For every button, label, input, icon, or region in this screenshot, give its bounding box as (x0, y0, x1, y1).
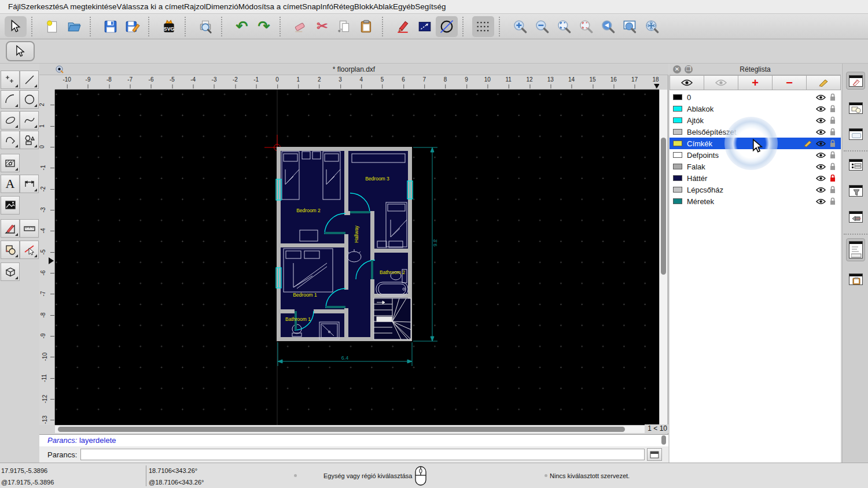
open-file-icon[interactable] (63, 16, 85, 37)
horizontal-scrollbar[interactable] (55, 425, 647, 433)
zoom-selected-icon[interactable] (575, 16, 597, 37)
draft-mode-icon[interactable] (436, 16, 458, 37)
layer-lock-icon[interactable] (829, 197, 836, 205)
pan-icon[interactable] (641, 16, 663, 37)
image-tool-icon[interactable] (1, 196, 20, 215)
polygon-tool-icon[interactable] (20, 131, 39, 149)
layer-visibility-eye-icon[interactable] (816, 152, 826, 158)
measure-tool-icon[interactable] (20, 219, 39, 238)
spline-tool-icon[interactable] (20, 111, 39, 130)
paste-icon[interactable] (355, 16, 377, 37)
menu-item[interactable]: Infó (321, 2, 334, 11)
points-tool-icon[interactable] (1, 71, 20, 89)
copy-icon[interactable] (333, 16, 355, 37)
export-svg-icon[interactable]: SVG (158, 16, 180, 37)
menu-item[interactable]: Rajzol (184, 2, 206, 11)
add-layer-icon[interactable]: + (738, 75, 773, 90)
zoom-out-icon[interactable] (531, 16, 553, 37)
arc-tool-icon[interactable] (1, 90, 20, 109)
vertical-scrollbar[interactable] (659, 90, 667, 425)
text-tool-icon[interactable]: A (1, 175, 20, 193)
layer-row[interactable]: Defpoints (670, 149, 841, 161)
ellipse-tool-icon[interactable] (1, 111, 20, 130)
layer-row[interactable]: Belsőépítészet (670, 126, 841, 138)
horizontal-scrollbar-thumb[interactable] (58, 427, 625, 432)
layer-visibility-eye-icon[interactable] (816, 94, 826, 101)
command-window-button[interactable] (647, 448, 662, 461)
menu-item[interactable]: A megtekintése (63, 2, 116, 11)
layer-lock-icon[interactable] (829, 93, 836, 101)
hide-all-layers-icon[interactable] (704, 75, 738, 90)
menu-item[interactable]: Egyéb (393, 2, 415, 11)
menu-item[interactable]: Segítség (415, 2, 446, 11)
menu-item[interactable]: Módosítsa a címet (238, 2, 302, 11)
undo-icon[interactable]: ↶ (231, 16, 253, 37)
select-tool-button[interactable] (6, 41, 35, 61)
entity-list-dock-icon[interactable] (846, 156, 865, 173)
remove-layer-icon[interactable]: − (773, 75, 807, 90)
layer-list-dock-icon[interactable] (846, 72, 865, 90)
menu-item[interactable]: Blokk (354, 2, 373, 11)
draw-pencil-icon[interactable] (392, 16, 414, 37)
zoom-previous-icon[interactable] (597, 16, 619, 37)
vertical-scrollbar-thumb[interactable] (661, 138, 666, 275)
command-history-scrollbar[interactable] (661, 435, 667, 446)
cut-icon[interactable]: ✂ (311, 16, 333, 37)
library-browser-dock-icon[interactable] (846, 125, 865, 143)
layer-lock-icon[interactable] (829, 162, 836, 171)
layer-lock-icon[interactable] (829, 116, 836, 124)
pen-palette-dock-icon[interactable] (846, 208, 865, 225)
drawing-canvas[interactable]: Bedroom 2 Bedroom 3 Bedroom 1 Bathroom 1… (55, 90, 659, 425)
menu-item[interactable]: Szerkesztés (21, 2, 64, 11)
command-input[interactable] (80, 449, 645, 460)
dimension-tool-icon[interactable] (20, 175, 39, 193)
line-tool-icon[interactable] (20, 71, 39, 89)
show-all-layers-icon[interactable] (670, 75, 704, 90)
layer-visibility-eye-icon[interactable] (816, 117, 826, 124)
layer-visibility-eye-icon[interactable] (816, 106, 826, 112)
layer-row[interactable]: Ablakok (670, 103, 841, 114)
clipboard-dock-icon[interactable] (846, 270, 865, 288)
layer-visibility-eye-icon[interactable] (816, 187, 826, 193)
menu-item[interactable]: Válassza ki a címet (117, 2, 184, 11)
edit-layer-icon[interactable] (807, 75, 841, 90)
layer-row[interactable]: Címkék (670, 138, 841, 149)
layer-visibility-eye-icon[interactable] (816, 175, 826, 182)
new-document-icon[interactable] (41, 16, 63, 37)
redo-icon[interactable]: ↷ (253, 16, 275, 37)
modify-tool-icon[interactable] (1, 241, 20, 259)
zoom-in-icon[interactable] (509, 16, 531, 37)
3d-box-tool-icon[interactable] (1, 263, 20, 281)
layer-row[interactable]: Falak (670, 161, 841, 172)
draw-settings-tool-icon[interactable] (1, 219, 20, 238)
eraser-icon[interactable] (289, 16, 311, 37)
zoom-window-icon[interactable] (619, 16, 641, 37)
document-titlebar[interactable]: * floorplan.dxf (39, 64, 668, 75)
layer-row[interactable]: Háttér (670, 172, 841, 184)
layer-visibility-eye-icon[interactable] (816, 164, 826, 170)
delete-tool-icon[interactable] (20, 241, 39, 259)
layer-row[interactable]: Méretek (670, 195, 841, 207)
layer-lock-icon[interactable] (829, 105, 836, 113)
layer-lock-icon[interactable] (829, 139, 836, 147)
layer-lock-icon[interactable] (829, 128, 836, 136)
menu-item[interactable]: Dimenzió (205, 2, 238, 11)
layer-row[interactable]: Ajtók (670, 114, 841, 126)
layer-lock-icon[interactable] (829, 151, 836, 159)
layer-row[interactable]: Lépcsőház (670, 184, 841, 195)
menu-item[interactable]: Fájl (8, 2, 21, 11)
menu-item[interactable]: Snap (302, 2, 321, 11)
save-icon[interactable] (100, 16, 122, 37)
layer-row[interactable]: 0 (670, 91, 841, 103)
selection-window-icon[interactable] (414, 16, 436, 37)
layer-visibility-eye-icon[interactable] (816, 141, 826, 147)
hatch-tool-icon[interactable] (1, 154, 20, 172)
save-as-icon[interactable] (122, 16, 144, 37)
layer-visibility-eye-icon[interactable] (816, 198, 826, 205)
select-arrow-icon[interactable] (5, 16, 27, 37)
layer-lock-icon[interactable] (829, 186, 836, 194)
circle-tool-icon[interactable] (20, 90, 39, 109)
grid-toggle-icon[interactable] (472, 16, 494, 37)
polyline-tool-icon[interactable] (1, 131, 20, 149)
print-preview-icon[interactable] (194, 16, 216, 37)
